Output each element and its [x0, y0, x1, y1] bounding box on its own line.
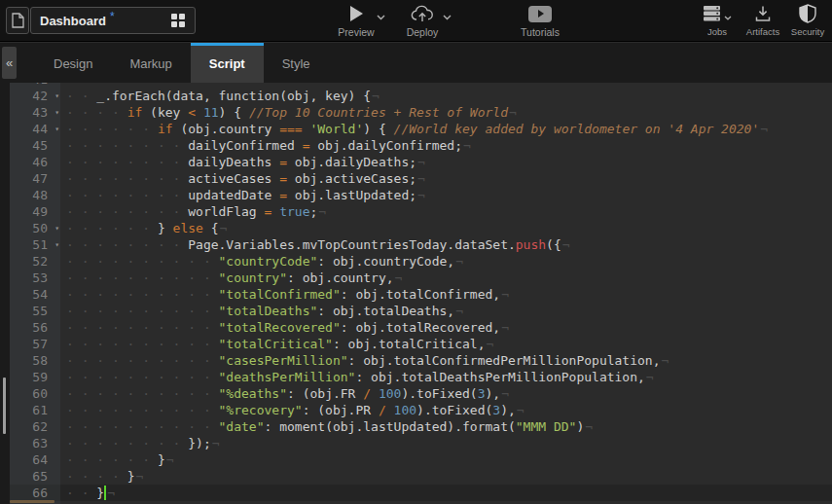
topbar: Dashboard * Preview Deploy Tutorials — [0, 0, 832, 42]
code-line[interactable]: 64· · · · · · }¬ — [10, 451, 832, 468]
tutorials-label: Tutorials — [510, 26, 570, 38]
document-icon — [12, 13, 24, 28]
security-button[interactable]: Security — [786, 3, 829, 37]
line-number: 64 — [32, 452, 48, 467]
fold-toggle-icon[interactable]: ▾ — [54, 220, 59, 236]
fold-toggle-icon[interactable]: ▾ — [54, 121, 59, 137]
deploy-button[interactable]: Deploy — [397, 3, 448, 38]
editor-scroll-track — [0, 83, 10, 504]
code-editor[interactable]: 4142▾· · _.forEach(data, function(obj, k… — [0, 83, 832, 504]
code-line[interactable]: 47· · · · · · · · activeCases = obj.acti… — [10, 170, 832, 187]
line-number: 53 — [32, 270, 48, 285]
editor-tabs: Design Markup Script Style — [35, 43, 329, 83]
line-number: 63 — [32, 436, 48, 450]
code-line[interactable]: 54· · · · · · · · · · "totalConfirmed": … — [10, 286, 832, 303]
code-line[interactable]: 43▾· · · · if (key < 11) { //Top 10 Coun… — [10, 104, 832, 121]
line-number: 60 — [32, 386, 48, 401]
preview-label: Preview — [331, 26, 381, 38]
jobs-button[interactable]: Jobs — [697, 3, 738, 37]
line-number: 44 — [32, 122, 48, 136]
line-number: 54 — [32, 287, 48, 302]
artifacts-button[interactable]: Artifacts — [740, 3, 786, 37]
line-number: 46 — [32, 155, 48, 169]
line-number: 55 — [32, 304, 48, 318]
code-line[interactable]: 62· · · · · · · · · · "date": moment(obj… — [10, 418, 832, 435]
code-line[interactable]: 50▾· · · · · · } else {¬ — [10, 220, 832, 236]
fold-toggle-icon[interactable]: ▾ — [54, 104, 59, 121]
line-number: 43 — [32, 105, 48, 120]
deploy-label: Deploy — [397, 26, 448, 38]
tab-markup[interactable]: Markup — [111, 43, 190, 83]
code-line[interactable]: 57· · · · · · · · · · "totalCritical": o… — [10, 336, 832, 352]
tab-design[interactable]: Design — [35, 43, 111, 83]
chevron-down-icon[interactable] — [443, 15, 452, 20]
line-number: 49 — [32, 204, 48, 219]
line-number: 41 — [32, 83, 48, 87]
download-icon — [754, 5, 772, 22]
tab-script[interactable]: Script — [191, 43, 264, 83]
code-line[interactable]: 61· · · · · · · · · · "%recovery": (obj.… — [10, 402, 832, 418]
fold-toggle-icon[interactable]: ▾ — [54, 236, 59, 253]
code-line[interactable]: 65· · · · }¬ — [10, 468, 832, 485]
line-number: 56 — [32, 320, 48, 335]
server-stack-icon — [703, 5, 722, 22]
code-line[interactable]: 52· · · · · · · · · · "countryCode": obj… — [10, 253, 832, 270]
chevron-down-icon[interactable] — [724, 16, 732, 20]
shield-icon — [799, 4, 816, 23]
line-number: 59 — [32, 370, 48, 384]
horizontal-scrollbar-thumb[interactable] — [10, 500, 54, 503]
code-line[interactable]: 53· · · · · · · · · · "country": obj.cou… — [10, 270, 832, 286]
line-number: 58 — [32, 353, 48, 368]
play-icon — [350, 6, 363, 21]
preview-button[interactable]: Preview — [331, 3, 381, 38]
code-line[interactable]: 58· · · · · · · · · · "casesPerMillion":… — [10, 352, 832, 369]
video-icon — [528, 6, 552, 22]
line-number: 61 — [32, 403, 48, 417]
code-line[interactable]: 63· · · · · · · · });¬ — [10, 435, 832, 451]
line-number: 50 — [32, 221, 48, 235]
page-file-button[interactable] — [6, 7, 29, 34]
code-line[interactable]: 49· · · · · · · · worldFlag = true;¬ — [10, 203, 832, 220]
tutorials-button[interactable]: Tutorials — [510, 3, 570, 38]
line-number: 62 — [32, 419, 48, 434]
code-line[interactable]: 66· · }¬ — [10, 485, 832, 501]
code-line[interactable]: 46· · · · · · · · dailyDeaths = obj.dail… — [10, 154, 832, 170]
line-number: 45 — [32, 138, 48, 153]
page-selector[interactable]: Dashboard * — [30, 7, 196, 34]
code-line[interactable]: 42▾· · _.forEach(data, function(obj, key… — [10, 88, 832, 104]
line-number: 51 — [32, 237, 48, 252]
vertical-scrollbar-thumb[interactable] — [3, 378, 6, 434]
grid-icon[interactable] — [171, 14, 186, 28]
chevron-down-icon[interactable] — [377, 15, 385, 20]
code-line[interactable]: 60· · · · · · · · · · "%deaths": (obj.FR… — [10, 385, 832, 402]
code-line[interactable]: 48· · · · · · · · updatedDate = obj.last… — [10, 187, 832, 203]
artifacts-label: Artifacts — [740, 26, 786, 37]
code-line[interactable]: 44▾· · · · · · if (obj.country === 'Worl… — [10, 121, 832, 137]
security-label: Security — [786, 26, 829, 37]
line-number: 65 — [32, 469, 48, 484]
code-line[interactable]: 55· · · · · · · · · · "totalDeaths": obj… — [10, 303, 832, 319]
code-line[interactable]: 51▾· · · · · · · · Page.Variables.mvTopC… — [10, 236, 832, 253]
jobs-label: Jobs — [697, 26, 738, 37]
line-number: 42 — [32, 89, 48, 103]
fold-toggle-icon[interactable]: ▾ — [54, 88, 59, 104]
line-number: 47 — [32, 171, 48, 186]
tabbar: « Design Markup Script Style — [0, 43, 832, 83]
unsaved-indicator: * — [110, 10, 115, 23]
code-line[interactable]: 56· · · · · · · · · · "totalRecovered": … — [10, 319, 832, 336]
studio-window: Dashboard * Preview Deploy Tutorials — [0, 0, 832, 504]
line-number: 52 — [32, 254, 48, 269]
code-line[interactable]: 45· · · · · · · · dailyConfirmed = obj.d… — [10, 137, 832, 154]
cloud-upload-icon — [411, 5, 434, 23]
line-number: 57 — [32, 337, 48, 351]
tab-style[interactable]: Style — [264, 43, 329, 83]
code-lines: 4142▾· · _.forEach(data, function(obj, k… — [10, 83, 832, 501]
line-number: 48 — [32, 188, 48, 202]
page-name: Dashboard — [40, 14, 106, 28]
code-line[interactable]: 59· · · · · · · · · · "deathsPerMillion"… — [10, 369, 832, 385]
collapse-panel-button[interactable]: « — [2, 47, 17, 79]
line-number: 66 — [32, 486, 48, 500]
text-cursor — [104, 486, 106, 500]
